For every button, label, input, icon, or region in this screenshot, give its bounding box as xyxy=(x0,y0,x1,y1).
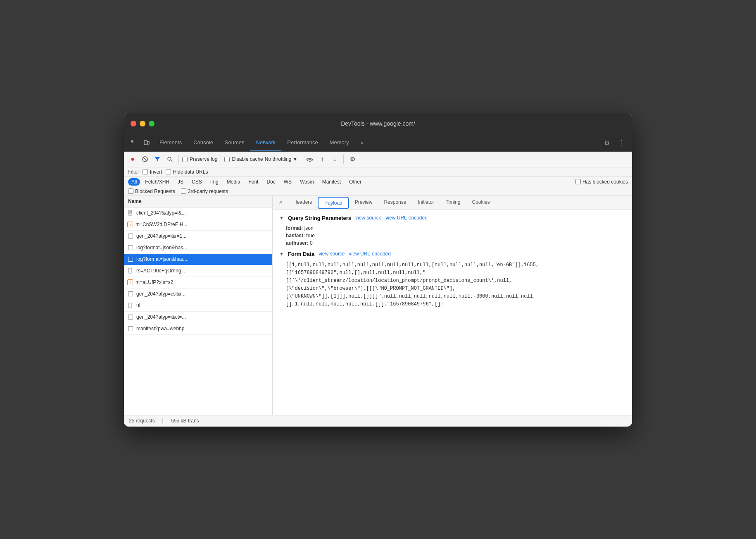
filter-manifest-button[interactable]: Manifest xyxy=(319,178,344,186)
more-network-settings-icon[interactable]: ⚙ xyxy=(347,154,358,165)
filter-all-button[interactable]: All xyxy=(128,178,140,186)
form-data-line-6: [],1,null,null,null,null,null,[]],"16578… xyxy=(286,301,625,308)
list-item-name: gen_204?atyp=i&ct=... xyxy=(136,314,186,320)
query-string-view-source-link[interactable]: view source xyxy=(355,215,381,221)
network-list-panel: Name client_204?&atyp=i&... f m=CnSW2d,D… xyxy=(124,196,273,415)
form-data-view-source-link[interactable]: view source xyxy=(319,251,345,257)
filter-wasm-button[interactable]: Wasm xyxy=(297,178,317,186)
checkbox-icon xyxy=(127,291,134,297)
filter-js-button[interactable]: JS xyxy=(174,178,187,186)
disable-cache-checkbox[interactable]: Disable cache xyxy=(224,156,263,162)
list-item[interactable]: rs=ACT90oFqOrnng... xyxy=(124,265,272,277)
tab-payload[interactable]: Payload xyxy=(318,197,349,209)
tab-elements[interactable]: Elements xyxy=(154,134,188,151)
devtools-window: DevTools - www.google.com/ Elements Cons… xyxy=(124,113,632,427)
blocked-requests-input[interactable] xyxy=(128,188,133,194)
search-icon[interactable] xyxy=(164,154,175,165)
list-item[interactable]: gen_204?atyp=csi&r... xyxy=(124,289,272,300)
list-item[interactable]: manifest?pwa=webhp xyxy=(124,323,272,335)
minimize-button[interactable] xyxy=(140,121,145,126)
settings-icon[interactable]: ⚙ xyxy=(601,136,613,149)
third-party-input[interactable] xyxy=(181,188,186,194)
list-item[interactable]: log?format=json&has... xyxy=(124,242,272,254)
blocked-requests-checkbox[interactable]: Blocked Requests xyxy=(128,188,175,194)
devtools-tab-bar: Elements Console Sources Network Perform… xyxy=(124,134,632,152)
svg-rect-0 xyxy=(144,141,147,145)
close-button[interactable] xyxy=(131,121,136,126)
tab-memory[interactable]: Memory xyxy=(324,134,355,151)
close-panel-button[interactable]: × xyxy=(276,198,286,207)
network-conditions-icon[interactable] xyxy=(304,154,315,165)
query-string-section-header: ▼ Query String Parameters view source vi… xyxy=(279,215,625,221)
download-icon[interactable]: ↓ xyxy=(329,154,340,165)
tab-preview[interactable]: Preview xyxy=(349,196,378,210)
upload-icon[interactable]: ↑ xyxy=(317,154,328,165)
throttling-select[interactable]: No throttling ▼ xyxy=(265,156,298,162)
filter-fetch-xhr-button[interactable]: Fetch/XHR xyxy=(142,178,173,186)
tab-response[interactable]: Response xyxy=(378,196,412,210)
preserve-log-input[interactable] xyxy=(182,157,188,162)
query-string-arrow[interactable]: ▼ xyxy=(279,215,284,220)
more-options-icon[interactable]: ⋮ xyxy=(616,136,628,149)
form-data-line-5: [\"UNKNOWN\"]],[1]]],null,[]]]]",null,nu… xyxy=(286,293,625,301)
invert-input[interactable] xyxy=(143,169,148,174)
form-data-line-1: [[1,null,null,null,null,null,null,null,n… xyxy=(286,261,625,269)
maximize-button[interactable] xyxy=(149,121,155,126)
preserve-log-checkbox[interactable]: Preserve log xyxy=(182,156,217,162)
form-data-view-url-encoded-link[interactable]: view URL-encoded xyxy=(349,251,391,257)
list-item[interactable]: ui xyxy=(124,300,272,312)
svg-rect-12 xyxy=(128,303,132,308)
has-blocked-cookies-input[interactable] xyxy=(575,179,581,184)
third-party-checkbox[interactable]: 3rd-party requests xyxy=(181,188,228,194)
checkbox-icon xyxy=(127,233,134,239)
filter-label: Filter xyxy=(128,169,139,175)
device-toolbar-icon[interactable] xyxy=(140,136,153,149)
list-item[interactable]: gen_204?atyp=i&r=1... xyxy=(124,231,272,242)
list-item-selected[interactable]: log?format=json&has... xyxy=(124,254,272,265)
tab-console[interactable]: Console xyxy=(188,134,219,151)
list-item[interactable]: client_204?&atyp=i&... xyxy=(124,207,272,219)
tab-initiator[interactable]: Initiator xyxy=(412,196,440,210)
filter-media-button[interactable]: Media xyxy=(223,178,244,186)
list-item-name: manifest?pwa=webhp xyxy=(136,326,184,332)
filter-doc-button[interactable]: Doc xyxy=(263,178,278,186)
list-item[interactable]: f m=aLUfP?xjs=s2 xyxy=(124,277,272,289)
tab-performance[interactable]: Performance xyxy=(281,134,323,151)
filter-img-button[interactable]: Img xyxy=(207,178,222,186)
filter-type-bar: All Fetch/XHR JS CSS Img Media Font Doc … xyxy=(124,177,632,187)
tab-cookies[interactable]: Cookies xyxy=(466,196,495,210)
has-blocked-cookies-checkbox[interactable]: Has blocked cookies xyxy=(575,179,628,185)
inspect-element-icon[interactable] xyxy=(127,136,140,149)
list-item[interactable]: gen_204?atyp=i&ct=... xyxy=(124,312,272,323)
disable-cache-input[interactable] xyxy=(224,157,230,162)
filter-css-button[interactable]: CSS xyxy=(188,178,205,186)
doc-icon xyxy=(127,302,134,309)
svg-line-5 xyxy=(171,160,172,162)
tab-headers[interactable]: Headers xyxy=(288,196,318,210)
filter-icon[interactable] xyxy=(152,154,163,165)
main-content: Name client_204?&atyp=i&... f m=CnSW2d,D… xyxy=(124,196,632,415)
hide-data-urls-checkbox[interactable]: Hide data URLs xyxy=(166,169,208,175)
tab-more[interactable]: » xyxy=(355,134,369,151)
record-button[interactable]: ● xyxy=(127,154,138,165)
payload-content: ▼ Query String Parameters view source vi… xyxy=(273,210,632,415)
hide-data-urls-input[interactable] xyxy=(166,169,171,174)
list-item-name: m=CnSW2d,DPreE,H... xyxy=(136,222,188,227)
query-string-view-url-encoded-link[interactable]: view URL-encoded xyxy=(385,215,427,221)
toolbar-divider-3 xyxy=(301,155,301,164)
filter-ws-button[interactable]: WS xyxy=(281,178,295,186)
clear-button[interactable] xyxy=(140,154,150,165)
filter-other-button[interactable]: Other xyxy=(346,178,365,186)
list-item-name: gen_204?atyp=i&r=1... xyxy=(136,233,186,239)
tab-timing[interactable]: Timing xyxy=(440,196,466,210)
list-item-name: rs=ACT90oFqOrnng... xyxy=(136,268,185,274)
filter-font-button[interactable]: Font xyxy=(245,178,262,186)
checkbox-icon xyxy=(127,244,134,251)
list-item[interactable]: f m=CnSW2d,DPreE,H... xyxy=(124,219,272,231)
invert-checkbox[interactable]: Invert xyxy=(143,169,162,175)
tab-sources[interactable]: Sources xyxy=(219,134,250,151)
form-data-arrow[interactable]: ▼ xyxy=(279,251,284,256)
query-string-title: Query String Parameters xyxy=(288,215,351,221)
checkbox-icon xyxy=(127,256,134,262)
tab-network[interactable]: Network xyxy=(250,134,282,151)
